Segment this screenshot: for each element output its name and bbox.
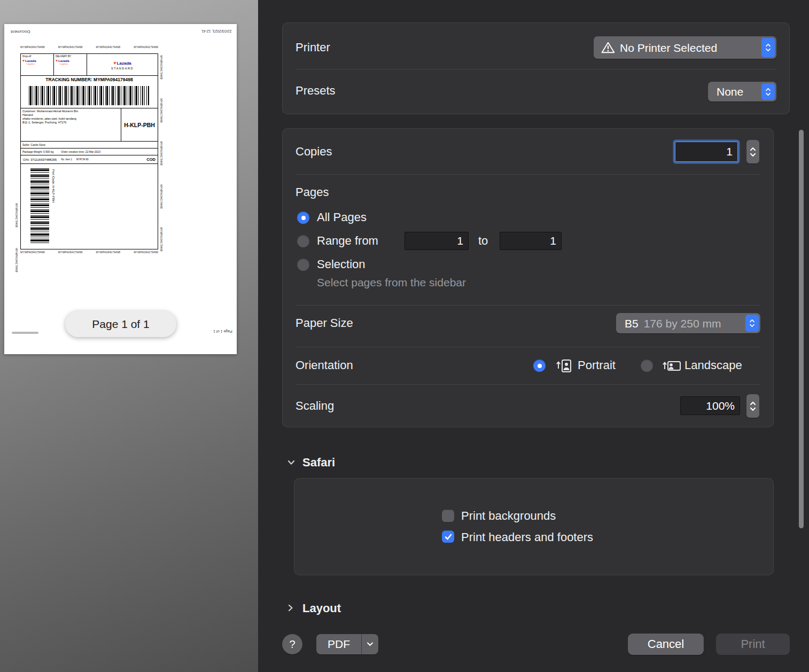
portrait-radio[interactable] xyxy=(533,360,546,372)
print-button-label: Print xyxy=(741,637,765,651)
service-cell: ♥Lazada STANDARD xyxy=(87,54,158,75)
presets-dropdown[interactable]: None xyxy=(708,82,776,101)
portrait-icon xyxy=(555,358,573,373)
print-button[interactable]: Print xyxy=(716,634,790,655)
dropoff-cell: Drop-off ♥Lazada Logistics xyxy=(21,54,54,75)
layout-section-title[interactable]: Layout xyxy=(302,601,341,616)
weight-row: Package Weight: 0.500 kg Order creation … xyxy=(21,148,158,155)
order-row: O/N: 371116937488255 No. Item 1 MYR 54.9… xyxy=(21,155,158,163)
port-code-barcode xyxy=(30,168,49,244)
print-headers-footers-checkbox[interactable] xyxy=(442,530,454,543)
range-radio-label[interactable]: Range from xyxy=(317,233,378,248)
tracking-number-text: MYMPA094179498 xyxy=(160,98,163,123)
lazada-heart-icon: ♥ xyxy=(22,59,25,62)
copies-input[interactable]: 1 xyxy=(675,142,738,162)
tracking-number-text: MYMPA094179498 xyxy=(20,251,45,254)
safari-options-group: Print backgrounds Print headers and foot… xyxy=(294,478,774,575)
copies-stepper[interactable] xyxy=(746,140,759,163)
all-pages-radio[interactable] xyxy=(297,212,309,224)
all-pages-radio-label[interactable]: All Pages xyxy=(317,210,367,225)
divider xyxy=(295,384,760,385)
pdf-button[interactable]: PDF xyxy=(316,634,378,654)
lazada-heart-icon: ♥ xyxy=(56,59,58,62)
selection-radio-label[interactable]: Selection xyxy=(317,257,365,272)
safari-disclosure-chevron-icon[interactable] xyxy=(287,459,295,466)
landscape-radio-label[interactable]: Landscape xyxy=(684,358,742,373)
tracking-number-text: MYMPA094179498 xyxy=(160,227,163,252)
service-type-label: STANDARD xyxy=(111,67,134,70)
scaling-input[interactable]: 100% xyxy=(680,396,740,415)
delivery-by-cell: DELIVERY BY ♥Lazada Logistics xyxy=(54,54,87,75)
logistics-label: Logistics xyxy=(27,62,35,65)
pdf-button-label: PDF xyxy=(316,638,361,651)
tracking-number-text: MYMPA094179498 xyxy=(15,248,18,272)
print-backgrounds-label[interactable]: Print backgrounds xyxy=(461,509,556,523)
package-weight: Package Weight: 0.500 kg xyxy=(22,150,53,153)
paper-size-dropdown[interactable]: B5 176 by 250 mm xyxy=(616,313,760,333)
tracking-number-text: MYMPA094179498 xyxy=(160,141,163,166)
range-from-value: 1 xyxy=(457,235,463,247)
tracking-number-text: MYMPA094179498 xyxy=(15,203,18,228)
item-number: No. Item 1 xyxy=(61,158,72,161)
dropoff-label: Drop-off xyxy=(22,55,31,58)
range-radio[interactable] xyxy=(297,235,309,247)
divider xyxy=(295,174,760,175)
landscape-radio[interactable] xyxy=(641,360,653,372)
portrait-radio-label[interactable]: Portrait xyxy=(578,358,616,373)
paper-size-label: Paper Size xyxy=(295,316,353,331)
customer-address-block: Customer: Muhammad Akmal Muzanni Bin Ham… xyxy=(21,108,121,141)
pdf-menu-chevron-icon[interactable] xyxy=(361,634,378,654)
range-from-input[interactable]: 1 xyxy=(404,232,469,250)
print-headers-footers-label[interactable]: Print headers and footers xyxy=(461,530,593,545)
paper-size-detail: 176 by 250 mm xyxy=(644,318,721,329)
customer-row: Customer: Muhammad Akmal Muzanni Bin Ham… xyxy=(21,108,158,141)
presets-dropdown-stepper xyxy=(761,83,775,100)
layout-section-row[interactable]: Layout xyxy=(282,598,507,618)
order-number: O/N: 371116937488255 xyxy=(23,158,57,161)
orientation-label: Orientation xyxy=(295,358,353,373)
selection-radio[interactable] xyxy=(297,259,309,271)
page-header-title: Document xyxy=(11,29,30,34)
lazada-heart-icon: ♥ xyxy=(113,61,116,66)
delivery-by-label: DELIVERY BY xyxy=(56,55,71,58)
paper-size-value: B5 xyxy=(625,318,639,329)
port-code-text: Port Code: H-KLP-PBH xyxy=(52,169,55,202)
tracking-repeat-column-left: MYMPA094179498 MYMPA094179498 xyxy=(15,203,18,272)
warning-icon xyxy=(601,41,615,54)
cancel-button[interactable]: Cancel xyxy=(628,634,704,655)
range-to-value: 1 xyxy=(550,235,556,247)
lazada-wordmark: Lazada xyxy=(117,61,131,66)
lazada-wordmark: Lazada xyxy=(25,59,36,62)
label-header-row: Drop-off ♥Lazada Logistics DELIVERY BY ♥… xyxy=(21,54,158,75)
dialog-scrollbar[interactable] xyxy=(799,130,804,528)
layout-disclosure-chevron-icon[interactable] xyxy=(287,604,294,612)
page-indicator: Page 1 of 1 xyxy=(65,311,176,337)
page-header-date: 22/03/2023, 12:41 xyxy=(201,29,231,33)
seller-row: Seller: Castle Store xyxy=(21,141,158,148)
customer-line: Customer: Muhammad Akmal Muzanni Bin xyxy=(22,110,119,113)
range-to-label: to xyxy=(478,233,488,248)
page-footer-left-text xyxy=(12,332,38,334)
cancel-button-label: Cancel xyxy=(648,637,684,651)
printer-dropdown[interactable]: No Printer Selected xyxy=(594,36,776,59)
seller-label: Seller: Castle Store xyxy=(22,143,45,146)
help-button[interactable]: ? xyxy=(282,634,302,654)
lazada-wordmark: Lazada xyxy=(58,59,69,62)
print-dialog-window: Document 22/03/2023, 12:41 MYMPA09417949… xyxy=(0,0,809,672)
tracking-number-text: MYMPA094179498 xyxy=(96,251,120,254)
page-footer-right-text: Page 1 of 1 xyxy=(213,330,232,333)
presets-dropdown-value: None xyxy=(717,86,743,97)
help-button-label: ? xyxy=(289,638,295,651)
printer-presets-group: Printer No Printer Selected Presets None xyxy=(282,22,790,114)
tracking-repeat-row-bottom: MYMPA094179498 MYMPA094179498 MYMPA09417… xyxy=(20,251,158,254)
safari-section-title[interactable]: Safari xyxy=(302,455,335,470)
scaling-stepper[interactable] xyxy=(746,394,759,418)
logistics-label: Logistics xyxy=(60,62,68,65)
tracking-number-text: MYMPA094179498 xyxy=(58,251,83,254)
presets-label: Presets xyxy=(295,83,336,98)
range-to-input[interactable]: 1 xyxy=(500,232,562,250)
address-line: B11-1, Selangor, Puchong, 47170 xyxy=(22,121,119,124)
customer-line: Hamard xyxy=(22,113,119,117)
print-backgrounds-checkbox[interactable] xyxy=(442,510,454,522)
scaling-label: Scaling xyxy=(295,398,334,413)
